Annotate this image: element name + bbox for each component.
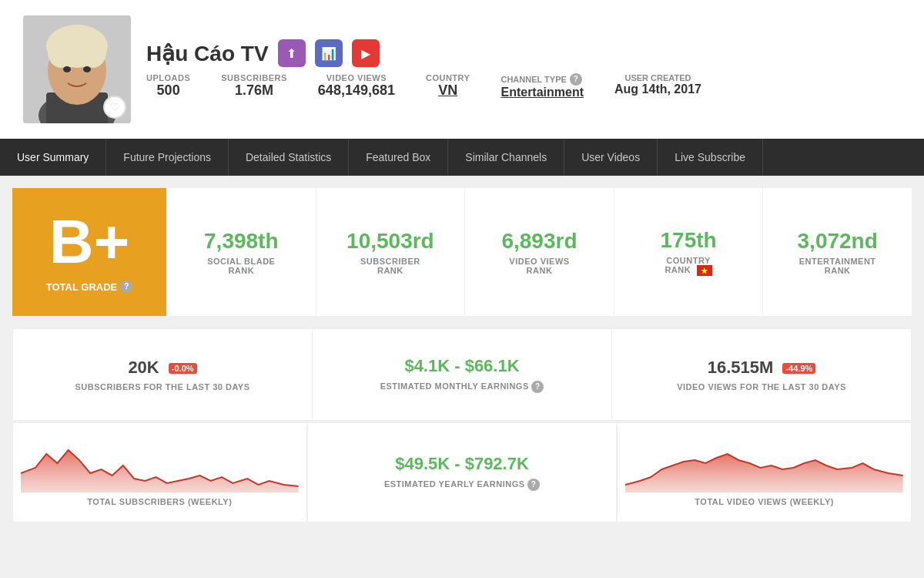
channel-name-row: Hậu Cáo TV ⬆ 📊 ▶: [146, 39, 901, 67]
rank-social-blade: 7,398th SOCIAL BLADERANK: [166, 188, 316, 316]
nav-user-summary[interactable]: User Summary: [0, 139, 106, 176]
rank-subscriber-label: SUBSCRIBERRANK: [360, 257, 420, 275]
yearly-earnings-info-icon[interactable]: ?: [527, 479, 540, 491]
video-views-30d-label: VIDEO VIEWS FOR THE LAST 30 DAYS: [677, 382, 846, 391]
svg-point-7: [63, 66, 71, 72]
rank-video-views-value: 6,893rd: [501, 229, 577, 254]
favorite-button[interactable]: ♡: [103, 96, 126, 119]
video-views-30d-value: 16.515M -44.9%: [708, 358, 816, 378]
channel-type-stat: CHANNEL TYPE ? Entertainment: [500, 73, 584, 99]
rank-country-label: COUNTRYRANK: [665, 256, 711, 276]
upload-icon-button[interactable]: ⬆: [278, 39, 306, 67]
subscribers-value: 1.76M: [221, 82, 287, 99]
ranks-container: 7,398th SOCIAL BLADERANK 10,503rd SUBSCR…: [166, 188, 912, 316]
grade-box: B+ TOTAL GRADE ?: [12, 188, 166, 316]
video-views-stat: VIDEO VIEWS 648,149,681: [318, 73, 395, 99]
rank-entertainment-value: 3,072nd: [798, 229, 878, 254]
user-created-value: Aug 14th, 2017: [614, 82, 701, 96]
main-content: B+ TOTAL GRADE ? 7,398th SOCIAL BLADERAN…: [0, 176, 924, 535]
navigation-bar: User Summary Future Projections Detailed…: [0, 139, 924, 176]
country-value[interactable]: VN: [426, 82, 470, 99]
nav-live-subscriber[interactable]: Live Subscribe: [658, 139, 763, 176]
channel-name: Hậu Cáo TV: [146, 41, 269, 66]
svg-point-8: [83, 66, 91, 72]
nav-future-projections[interactable]: Future Projections: [106, 139, 229, 176]
channel-info: Hậu Cáo TV ⬆ 📊 ▶ UPLOADS 500 SUBSCRIBERS…: [146, 39, 901, 99]
video-views-weekly-label: TOTAL VIDEO VIEWS (WEEKLY): [625, 497, 903, 506]
user-created-label: USER CREATED: [614, 73, 701, 82]
subscribers-stat: SUBSCRIBERS 1.76M: [221, 73, 287, 99]
monthly-earnings-card: $4.1K - $66.1K ESTIMATED MONTHLY EARNING…: [313, 328, 612, 421]
yearly-earnings-label: ESTIMATED YEARLY EARNINGS ?: [384, 479, 540, 491]
rank-country: 175th COUNTRYRANK: [614, 188, 763, 316]
uploads-value: 500: [146, 82, 190, 99]
grade-ranks-section: B+ TOTAL GRADE ? 7,398th SOCIAL BLADERAN…: [12, 188, 912, 316]
video-views-label: VIDEO VIEWS: [318, 73, 395, 82]
channel-stats-row: UPLOADS 500 SUBSCRIBERS 1.76M VIDEO VIEW…: [146, 73, 901, 99]
rank-country-value: 175th: [661, 228, 717, 253]
subscribers-30-days-card: 20K -0.0% SUBSCRIBERS FOR THE LAST 30 DA…: [12, 328, 313, 421]
rank-entertainment: 3,072nd ENTERTAINMENTRANK: [762, 188, 912, 316]
page-header: ♡ Hậu Cáo TV ⬆ 📊 ▶ UPLOADS 500 SUBSCRIBE…: [0, 0, 924, 139]
video-views-change-badge: -44.9%: [782, 363, 815, 374]
monthly-earnings-info-icon[interactable]: ?: [531, 381, 544, 393]
svg-point-5: [48, 37, 75, 68]
subscribers-change-badge: -0.0%: [169, 363, 197, 374]
country-stat: COUNTRY VN: [426, 73, 470, 99]
subscribers-weekly-chart: [21, 431, 299, 492]
avatar-wrap: ♡: [23, 15, 131, 123]
rank-social-blade-value: 7,398th: [204, 229, 279, 254]
stats-icon-button[interactable]: 📊: [315, 39, 343, 67]
monthly-earnings-label: ESTIMATED MONTHLY EARNINGS ?: [380, 381, 544, 393]
channel-type-label: CHANNEL TYPE ?: [500, 73, 584, 86]
svg-point-6: [79, 37, 106, 68]
video-views-value: 648,149,681: [318, 82, 395, 99]
video-icon-button[interactable]: ▶: [352, 39, 380, 67]
svg-marker-10: [625, 454, 903, 492]
rank-social-blade-label: SOCIAL BLADERANK: [207, 257, 275, 275]
vn-flag: [697, 265, 712, 276]
nav-featured-box[interactable]: Featured Box: [349, 139, 448, 176]
rank-video-views: 6,893rd VIDEO VIEWSRANK: [464, 188, 614, 316]
uploads-stat: UPLOADS 500: [146, 73, 190, 99]
rank-subscriber-value: 10,503rd: [346, 229, 434, 254]
stats-cards-row: 20K -0.0% SUBSCRIBERS FOR THE LAST 30 DA…: [12, 328, 912, 421]
channel-type-info-icon[interactable]: ?: [570, 73, 582, 86]
video-views-weekly-chart-card: TOTAL VIDEO VIEWS (WEEKLY): [617, 422, 912, 523]
nav-user-videos[interactable]: User Videos: [564, 139, 658, 176]
yearly-earnings-value: $49.5K - $792.7K: [395, 454, 529, 474]
uploads-label: UPLOADS: [146, 73, 190, 82]
nav-detailed-statistics[interactable]: Detailed Statistics: [229, 139, 349, 176]
country-label: COUNTRY: [426, 73, 470, 82]
grade-letter: B+: [49, 211, 130, 273]
second-row: TOTAL SUBSCRIBERS (WEEKLY) $49.5K - $792…: [12, 422, 912, 523]
subscribers-label: SUBSCRIBERS: [221, 73, 287, 82]
grade-info-icon[interactable]: ?: [120, 281, 132, 293]
subscribers-weekly-label: TOTAL SUBSCRIBERS (WEEKLY): [21, 497, 299, 506]
nav-similar-channels[interactable]: Similar Channels: [448, 139, 564, 176]
subscribers-weekly-chart-card: TOTAL SUBSCRIBERS (WEEKLY): [12, 422, 307, 523]
monthly-earnings-value: $4.1K - $66.1K: [404, 356, 519, 376]
rank-video-views-label: VIDEO VIEWSRANK: [509, 257, 569, 275]
rank-entertainment-label: ENTERTAINMENTRANK: [799, 257, 876, 275]
channel-type-value[interactable]: Entertainment: [500, 86, 584, 99]
video-views-weekly-chart: [625, 431, 903, 492]
subscribers-30d-label: SUBSCRIBERS FOR THE LAST 30 DAYS: [75, 382, 249, 391]
rank-subscriber: 10,503rd SUBSCRIBERRANK: [316, 188, 465, 316]
grade-label: TOTAL GRADE ?: [46, 281, 132, 293]
user-created-stat: USER CREATED Aug 14th, 2017: [614, 73, 701, 96]
subscribers-30d-value: 20K -0.0%: [128, 358, 196, 378]
video-views-30-days-card: 16.515M -44.9% VIDEO VIEWS FOR THE LAST …: [612, 328, 912, 421]
yearly-earnings-card: $49.5K - $792.7K ESTIMATED YEARLY EARNIN…: [307, 422, 618, 523]
